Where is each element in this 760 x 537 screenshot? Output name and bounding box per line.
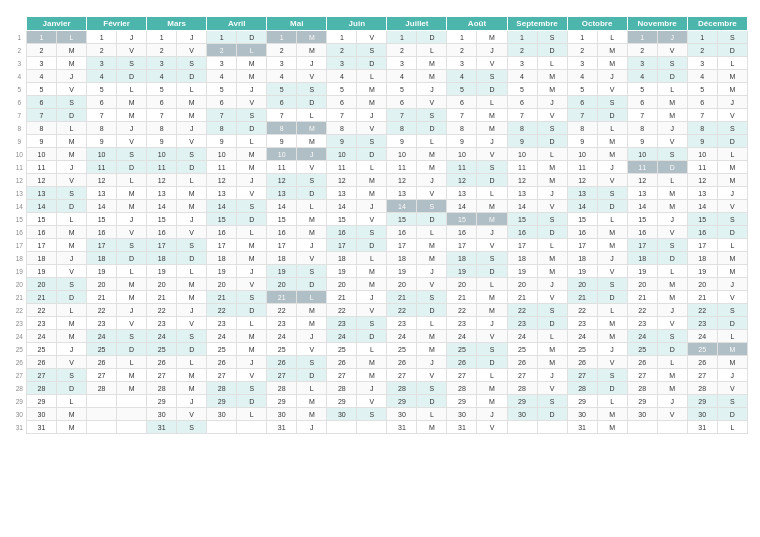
day-letter: L bbox=[357, 343, 387, 356]
day-number: 28 bbox=[207, 382, 237, 395]
day-letter: J bbox=[297, 421, 327, 434]
day-letter: V bbox=[57, 356, 87, 369]
day-number bbox=[207, 421, 237, 434]
table-row: 1010M10S10S10M10J10D10M10V10L10M10S10L bbox=[13, 148, 748, 161]
day-number: 6 bbox=[387, 96, 417, 109]
day-number: 22 bbox=[87, 304, 117, 317]
day-letter: M bbox=[657, 96, 687, 109]
row-number: 28 bbox=[13, 382, 27, 395]
day-number: 16 bbox=[147, 226, 177, 239]
day-letter: M bbox=[297, 135, 327, 148]
day-letter: M bbox=[717, 70, 747, 83]
day-letter: D bbox=[57, 382, 87, 395]
day-number: 24 bbox=[27, 330, 57, 343]
day-letter: M bbox=[417, 252, 447, 265]
day-letter: L bbox=[237, 317, 267, 330]
day-number bbox=[87, 421, 117, 434]
day-letter: D bbox=[717, 408, 747, 421]
day-letter: M bbox=[417, 70, 447, 83]
day-letter: M bbox=[297, 31, 327, 44]
day-letter: D bbox=[237, 122, 267, 135]
day-number: 23 bbox=[207, 317, 237, 330]
day-number: 26 bbox=[267, 356, 297, 369]
day-number: 11 bbox=[447, 161, 477, 174]
day-letter: L bbox=[57, 395, 87, 408]
day-number: 15 bbox=[387, 213, 417, 226]
day-letter: J bbox=[357, 109, 387, 122]
day-number: 20 bbox=[147, 278, 177, 291]
day-letter: D bbox=[237, 395, 267, 408]
day-letter: V bbox=[417, 187, 447, 200]
day-letter: L bbox=[237, 408, 267, 421]
day-letter: J bbox=[177, 122, 207, 135]
day-number: 2 bbox=[327, 44, 357, 57]
table-row: 66S6M6M6V6D6M6V6L6J6S6M6J bbox=[13, 96, 748, 109]
day-number: 3 bbox=[147, 57, 177, 70]
month-may: Mai bbox=[267, 17, 327, 31]
day-letter: J bbox=[177, 31, 207, 44]
row-number: 4 bbox=[13, 70, 27, 83]
day-number: 31 bbox=[447, 421, 477, 434]
day-number: 23 bbox=[267, 317, 297, 330]
day-letter: S bbox=[657, 330, 687, 343]
day-letter: V bbox=[357, 395, 387, 408]
day-letter: M bbox=[237, 239, 267, 252]
day-letter: M bbox=[297, 317, 327, 330]
table-row: 44J4D4D4M4V4L4M4S4M4J4D4M bbox=[13, 70, 748, 83]
day-letter: M bbox=[177, 96, 207, 109]
day-number: 17 bbox=[147, 239, 177, 252]
table-row: 1818J18D18D18M18V18L18M18S18M18J18D18M bbox=[13, 252, 748, 265]
row-number: 15 bbox=[13, 213, 27, 226]
day-number: 12 bbox=[627, 174, 657, 187]
day-letter: V bbox=[297, 252, 327, 265]
day-letter: L bbox=[57, 122, 87, 135]
day-letter: S bbox=[177, 330, 207, 343]
day-number: 1 bbox=[267, 31, 297, 44]
day-letter: S bbox=[597, 187, 627, 200]
day-number: 10 bbox=[267, 148, 297, 161]
day-letter: M bbox=[657, 291, 687, 304]
day-number: 26 bbox=[27, 356, 57, 369]
day-letter: M bbox=[537, 343, 567, 356]
day-letter: M bbox=[237, 57, 267, 70]
day-letter: M bbox=[537, 252, 567, 265]
day-letter: L bbox=[177, 174, 207, 187]
day-letter: M bbox=[597, 226, 627, 239]
day-letter: V bbox=[717, 109, 747, 122]
day-number: 22 bbox=[267, 304, 297, 317]
day-number: 3 bbox=[447, 57, 477, 70]
day-number: 7 bbox=[627, 109, 657, 122]
month-dec: Décembre bbox=[687, 17, 747, 31]
day-number: 27 bbox=[327, 369, 357, 382]
table-row: 2828D28M28M28S28L28J28S28M28V28D28M28V bbox=[13, 382, 748, 395]
day-number: 1 bbox=[27, 31, 57, 44]
day-number: 16 bbox=[27, 226, 57, 239]
day-number: 23 bbox=[687, 317, 717, 330]
day-number: 9 bbox=[687, 135, 717, 148]
day-number: 20 bbox=[27, 278, 57, 291]
day-number: 26 bbox=[87, 356, 117, 369]
day-letter: L bbox=[717, 421, 747, 434]
day-letter: M bbox=[357, 369, 387, 382]
day-number: 7 bbox=[507, 109, 537, 122]
day-letter: S bbox=[417, 109, 447, 122]
day-number: 7 bbox=[147, 109, 177, 122]
day-number: 8 bbox=[687, 122, 717, 135]
day-letter: D bbox=[417, 304, 447, 317]
day-number: 19 bbox=[147, 265, 177, 278]
day-number: 10 bbox=[447, 148, 477, 161]
day-letter: V bbox=[237, 96, 267, 109]
day-number: 7 bbox=[27, 109, 57, 122]
row-number: 16 bbox=[13, 226, 27, 239]
month-oct: Octobre bbox=[567, 17, 627, 31]
day-letter: M bbox=[57, 421, 87, 434]
day-number: 6 bbox=[627, 96, 657, 109]
day-number: 19 bbox=[387, 265, 417, 278]
day-number: 30 bbox=[387, 408, 417, 421]
day-letter: D bbox=[657, 343, 687, 356]
day-number: 18 bbox=[627, 252, 657, 265]
day-letter: M bbox=[417, 421, 447, 434]
day-number: 22 bbox=[327, 304, 357, 317]
day-number: 17 bbox=[567, 239, 597, 252]
day-number: 16 bbox=[687, 226, 717, 239]
